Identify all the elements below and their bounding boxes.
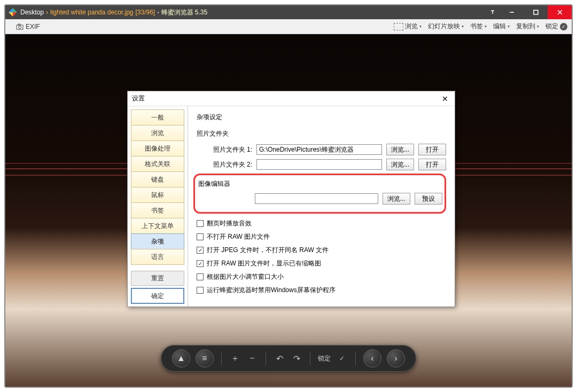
close-button[interactable] [548, 5, 572, 19]
rotate-left-button[interactable]: ↶ [274, 352, 285, 364]
menu-browse[interactable]: 浏览▾ [394, 22, 422, 31]
folder2-row: 照片文件夹 2: 浏览... 打开 [197, 159, 446, 170]
pin-button[interactable] [486, 5, 500, 19]
tab-file-assoc[interactable]: 格式关联 [131, 156, 184, 172]
app-logo-icon [9, 8, 17, 17]
tab-image-processing[interactable]: 图像处理 [131, 140, 184, 156]
folder2-label: 照片文件夹 2: [210, 160, 252, 169]
check-no-raw[interactable]: 不打开 RAW 图片文件 [197, 232, 446, 241]
folder2-browse-button[interactable]: 浏览... [386, 159, 414, 170]
checkbox-checked-icon [197, 247, 204, 254]
chevron-down-icon: ▾ [508, 24, 510, 29]
eject-button[interactable]: ▲ [172, 349, 190, 367]
bottom-toolbar: ▲ ≡ ＋ − ↶ ↷ 锁定 ✓ ‹ › [161, 345, 416, 372]
tab-general[interactable]: 一般 [131, 109, 184, 126]
maximize-button[interactable] [524, 5, 548, 19]
checkbox-icon [197, 220, 204, 227]
check-circle-icon: ✓ [560, 23, 567, 30]
minimize-button[interactable] [500, 5, 524, 19]
section-title: 杂项设定 [197, 113, 446, 122]
checkbox-checked-icon [197, 260, 204, 267]
checkbox-icon [197, 273, 204, 280]
editor-input[interactable] [255, 193, 378, 204]
folder2-open-button[interactable]: 打开 [418, 159, 446, 170]
tab-language[interactable]: 语言 [131, 249, 184, 265]
chevron-down-icon: ▾ [485, 24, 487, 29]
folder1-open-button[interactable]: 打开 [418, 144, 446, 155]
menu-slideshow[interactable]: 幻灯片放映▾ [428, 22, 464, 31]
menubar: EXIF 浏览▾ 幻灯片放映▾ 书签▾ 编辑▾ 复制到▾ 锁定✓ [5, 19, 572, 34]
editor-row: 浏览... 预设 [195, 193, 442, 205]
list-button[interactable]: ≡ [196, 349, 214, 367]
settings-dialog: 设置 ✕ 一般 浏览 图像处理 格式关联 键盘 鼠标 书签 上下文菜单 杂项 语… [127, 91, 455, 307]
chevron-down-icon: ▾ [537, 24, 539, 29]
dialog-close-button[interactable]: ✕ [440, 93, 450, 104]
photos-folder-label: 照片文件夹 [197, 129, 446, 138]
zoom-in-button[interactable]: ＋ [229, 352, 241, 364]
lock-check-button[interactable]: ✓ [336, 352, 348, 364]
breadcrumb-sep-icon: › [46, 9, 48, 16]
check-sound[interactable]: 翻页时播放音效 [197, 219, 446, 228]
ok-button[interactable]: 确定 [131, 288, 184, 304]
image-counter: [33/96] [135, 9, 155, 16]
tab-mouse[interactable]: 鼠标 [131, 187, 184, 203]
svg-rect-0 [534, 10, 538, 14]
prev-button[interactable]: ‹ [363, 349, 381, 367]
camera-icon [16, 23, 24, 30]
folder1-row: 照片文件夹 1: 浏览... 打开 [197, 144, 446, 155]
titlebar: Desktop › lighted white panda decor.jpg … [5, 5, 572, 19]
svg-rect-2 [18, 24, 20, 25]
chevron-down-icon: ▾ [419, 24, 422, 29]
lock-label: 锁定 [318, 354, 331, 363]
check-jpeg-raw[interactable]: 打开 JPEG 文件时，不打开同名 RAW 文件 [197, 246, 446, 255]
tab-context-menu[interactable]: 上下文菜单 [131, 218, 184, 234]
browse-mode-icon [394, 23, 403, 30]
editor-label: 图像编辑器 [198, 179, 442, 189]
tab-misc[interactable]: 杂项 [131, 233, 184, 249]
checkbox-icon [197, 233, 204, 240]
tab-keyboard[interactable]: 键盘 [131, 171, 184, 187]
dialog-title: 设置 [132, 94, 440, 103]
breadcrumb-file: lighted white panda decor.jpg [50, 9, 133, 16]
app-title: - 蜂蜜浏览器 5.35 [157, 8, 207, 17]
reset-button[interactable]: 重置 [131, 271, 184, 286]
settings-content: 杂项设定 照片文件夹 照片文件夹 1: 浏览... 打开 照片文件夹 2: 浏览… [188, 106, 455, 307]
svg-point-3 [19, 26, 21, 28]
menu-copyto[interactable]: 复制到▾ [516, 22, 539, 31]
check-raw-thumb[interactable]: 打开 RAW 图片文件时，显示已有缩略图 [197, 259, 446, 268]
folder1-label: 照片文件夹 1: [210, 145, 252, 154]
editor-browse-button[interactable]: 浏览... [383, 193, 410, 205]
check-circle-icon: ✓ [339, 355, 345, 362]
chevron-down-icon: ▾ [462, 24, 464, 29]
folder1-browse-button[interactable]: 浏览... [386, 144, 414, 155]
menu-bookmarks[interactable]: 书签▾ [470, 22, 487, 31]
editor-highlight: 图像编辑器 浏览... 预设 [193, 174, 446, 214]
dialog-titlebar: 设置 ✕ [128, 91, 455, 106]
editor-preset-button[interactable]: 预设 [415, 193, 442, 205]
settings-sidebar: 一般 浏览 图像处理 格式关联 键盘 鼠标 书签 上下文菜单 杂项 语言 重置 … [128, 106, 188, 307]
folder2-input[interactable] [256, 159, 382, 170]
breadcrumb-location: Desktop [20, 9, 44, 16]
checkbox-icon [197, 287, 204, 294]
menu-edit[interactable]: 编辑▾ [493, 22, 510, 31]
menu-lock[interactable]: 锁定✓ [545, 22, 567, 31]
tab-browse[interactable]: 浏览 [131, 125, 184, 141]
app-window: Desktop › lighted white panda decor.jpg … [4, 4, 573, 388]
check-resize-window[interactable]: 根据图片大小调节窗口大小 [197, 272, 446, 281]
rotate-right-button[interactable]: ↷ [291, 352, 302, 364]
tab-bookmarks[interactable]: 书签 [131, 202, 184, 218]
exif-button[interactable]: EXIF [16, 23, 40, 30]
zoom-out-button[interactable]: − [246, 352, 258, 364]
next-button[interactable]: › [387, 349, 405, 367]
folder1-input[interactable] [256, 144, 382, 155]
check-screensaver[interactable]: 运行蜂蜜浏览器时禁用Windows屏幕保护程序 [197, 286, 446, 295]
